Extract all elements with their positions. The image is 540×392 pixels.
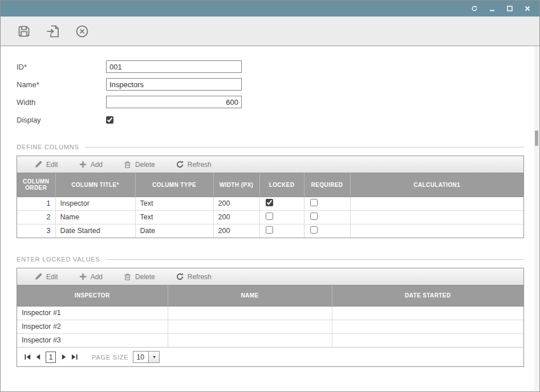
table-row[interactable]: 2 Name Text 200 [17,210,523,224]
locked-values-section-header: ENTER LOCKED VALUES [17,256,524,263]
table-row[interactable]: 3 Date Started Date 200 [17,224,523,238]
column-header-date-started: DATE STARTED [332,285,523,306]
display-label: Display [17,116,106,124]
width-label: Width [17,98,106,107]
delete-button[interactable]: Delete [123,160,155,169]
locked-values-grid: Edit Add Delete Refresh [17,268,524,367]
form-row-name: Name* [17,78,524,91]
edit-button[interactable]: Edit [34,272,58,281]
table-row[interactable]: Inspector #3 [17,333,523,347]
previous-page-icon[interactable] [33,352,43,362]
cell-calculation [350,210,523,224]
delete-button[interactable]: Delete [123,272,155,281]
dropdown-arrow-icon[interactable]: ▼ [148,352,159,362]
cell-name [168,320,332,333]
refresh-icon [176,160,184,169]
display-checkbox[interactable] [106,116,113,124]
locked-checkbox[interactable] [266,226,273,234]
content-area: ID* Name* Width Display DEFINE COLUMNS [1,46,539,367]
close-button[interactable] [523,5,531,13]
titlebar [1,1,539,17]
cancel-icon[interactable] [74,23,90,39]
app-window: ID* Name* Width Display DEFINE COLUMNS [0,0,540,392]
cell-calculation [350,224,523,238]
first-page-icon[interactable] [22,352,33,362]
last-page-icon[interactable] [69,352,79,362]
edit-label: Edit [46,273,58,281]
column-header-order: COLUMN ORDER [17,173,55,197]
locked-values-table: INSPECTOR NAME DATE STARTED Inspector #1… [17,285,523,347]
column-header-width: WIDTH (PX) [213,173,259,197]
define-columns-grid: Edit Add Delete Refresh [17,156,524,238]
refresh-icon [176,272,184,281]
detail-form: ID* Name* Width Display [17,60,524,126]
sync-icon[interactable] [470,5,478,13]
cell-title: Name [55,210,135,224]
cell-type: Text [135,197,213,210]
vertical-scrollbar[interactable] [534,47,539,391]
cell-width: 200 [213,210,259,224]
maximize-button[interactable] [506,5,514,13]
cell-name [168,306,332,320]
refresh-label: Refresh [188,273,212,281]
form-row-id: ID* [17,60,524,73]
cell-locked [259,224,304,238]
required-checkbox[interactable] [310,199,318,206]
cell-type: Date [135,224,213,238]
next-page-icon[interactable] [59,352,69,362]
cell-width: 200 [213,224,259,238]
cell-order: 2 [17,210,55,224]
column-header-locked: LOCKED [259,173,304,197]
add-button[interactable]: Add [79,160,103,169]
column-header-title: COLUMN TITLE* [55,173,135,197]
add-icon [79,160,87,169]
scrollbar-thumb[interactable] [535,130,538,146]
define-columns-table: COLUMN ORDER COLUMN TITLE* COLUMN TYPE W… [17,173,523,238]
cell-title: Inspector [55,197,135,210]
add-label: Add [91,273,103,281]
refresh-button[interactable]: Refresh [176,160,212,169]
table-row[interactable]: Inspector #1 [17,306,523,320]
width-field[interactable] [106,96,242,108]
define-columns-header-row: COLUMN ORDER COLUMN TITLE* COLUMN TYPE W… [17,173,523,197]
locked-checkbox[interactable] [266,213,273,220]
table-row[interactable]: Inspector #2 [17,320,523,333]
name-field[interactable] [106,78,242,91]
cell-calculation [350,197,523,210]
form-row-display: Display [17,113,524,126]
cell-required [304,210,350,224]
locked-values-toolbar: Edit Add Delete Refresh [17,268,523,285]
column-header-required: REQUIRED [304,173,350,197]
delete-label: Delete [135,161,155,169]
refresh-label: Refresh [188,161,212,169]
edit-button[interactable]: Edit [34,160,58,169]
add-label: Add [91,161,103,169]
column-header-calculation: CALCULATION1 [350,173,523,197]
column-header-type: COLUMN TYPE [135,173,213,197]
id-field[interactable] [106,60,242,73]
define-columns-toolbar: Edit Add Delete Refresh [17,156,523,173]
section-divider [85,147,524,148]
section-divider [105,259,524,260]
delete-icon [123,160,132,169]
cell-required [304,224,350,238]
required-checkbox[interactable] [310,226,318,234]
edit-label: Edit [46,161,58,169]
current-page[interactable]: 1 [46,352,56,363]
required-checkbox[interactable] [310,213,318,220]
minimize-button[interactable] [488,5,496,13]
page-size-select[interactable]: 10 ▼ [133,351,160,363]
save-icon[interactable] [16,23,32,39]
table-row[interactable]: 1 Inspector Text 200 [17,197,523,210]
delete-icon [123,272,132,281]
cell-type: Text [135,210,213,224]
locked-checkbox[interactable] [266,199,273,206]
cell-order: 3 [17,224,55,238]
pager: 1 PAGE SIZE 10 ▼ [17,347,523,366]
define-columns-section-header: DEFINE COLUMNS [17,144,524,150]
save-close-icon[interactable] [45,23,61,39]
id-label: ID* [17,63,106,71]
name-label: Name* [17,80,106,89]
refresh-button[interactable]: Refresh [176,272,212,281]
add-button[interactable]: Add [79,272,103,281]
